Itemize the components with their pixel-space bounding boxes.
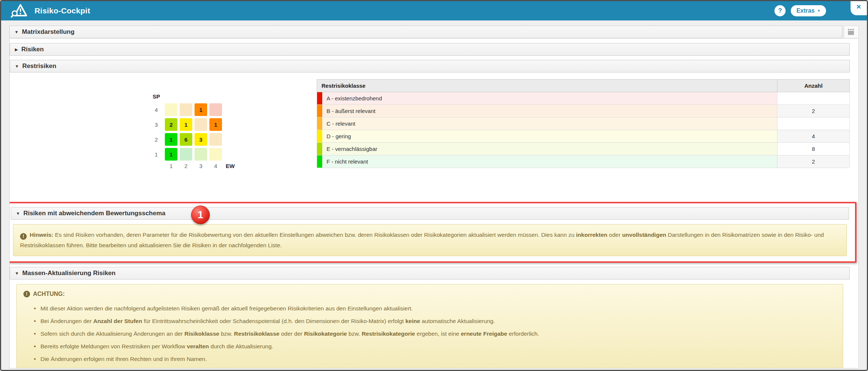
section-header-abweichendes-bewertungsschema[interactable]: ▼ Risiken mit abweichendem Bewertungssch… <box>11 207 849 220</box>
collapse-triangle-icon: ▼ <box>14 30 19 34</box>
residual-risk-matrix: SP4132112163111234EW <box>150 79 235 192</box>
note-text-segment: durch die Aktualisierung. <box>209 343 273 349</box>
matrix-y-axis-label: SP <box>150 93 163 100</box>
chevron-down-icon: ▼ <box>817 9 820 13</box>
residual-class-row: E - vernachlässigbar8 <box>317 143 850 155</box>
note-text-segment: unvollständigen <box>622 232 666 238</box>
note-text-segment: automatische Aktualisierung. <box>420 318 495 324</box>
residual-class-row: A - existenzbedrohend <box>317 92 850 105</box>
achtung-bullet: Mit dieser Aktion werden die nachfolgend… <box>23 302 836 315</box>
matrix-cell <box>195 148 207 161</box>
note-text-segment: Restrisikoklasse <box>234 330 279 337</box>
matrix-cell <box>195 118 207 131</box>
class-color-swatch <box>317 130 322 143</box>
risiko-cockpit-window: Risiko-Cockpit ? Extras ▼ × ▼ Matrixdars… <box>0 0 868 371</box>
close-button[interactable]: × <box>851 1 867 15</box>
section-label: Risiken <box>21 46 43 53</box>
residual-class-row: B - äußerst relevant2 <box>317 105 850 117</box>
collapse-triangle-icon: ▼ <box>16 211 20 216</box>
help-button[interactable]: ? <box>774 5 786 16</box>
achtung-bullet-list: Mit dieser Aktion werden die nachfolgend… <box>23 302 836 365</box>
note-text-segment: Es sind Risiken vorhanden, deren Paramet… <box>53 232 576 238</box>
section-label: Matrixdarstellung <box>22 28 75 36</box>
matrix-y-tick: 2 <box>150 136 163 143</box>
class-color-swatch <box>317 143 322 155</box>
matrix-cell <box>209 103 222 116</box>
extras-button[interactable]: Extras ▼ <box>791 5 826 16</box>
collapse-triangle-icon: ▼ <box>15 64 19 68</box>
matrix-cell: 1 <box>165 133 177 146</box>
matrix-x-tick: 3 <box>195 163 207 169</box>
note-text-segment: bzw. <box>347 330 362 337</box>
matrix-cell <box>209 133 222 146</box>
class-color-swatch <box>317 117 322 130</box>
close-icon: × <box>856 3 861 10</box>
note-text-segment: erforderlich. <box>507 330 539 337</box>
class-count: 8 <box>777 143 850 155</box>
header-actions: ? Extras ▼ <box>774 5 826 16</box>
matrix-x-axis-label: EW <box>226 163 235 169</box>
achtung-bullet: Bei Änderungen der Anzahl der Stufen für… <box>23 315 836 328</box>
hinweis-text: Hinweis: Es sind Risiken vorhanden, dere… <box>20 232 824 248</box>
achtung-heading: ! ACHTUNG: <box>23 289 836 299</box>
extras-label: Extras <box>796 7 815 14</box>
column-header-anzahl: Anzahl <box>777 80 850 92</box>
collapse-triangle-icon: ▶ <box>15 47 18 52</box>
risk-magnifier-logo-icon <box>11 3 29 18</box>
restrisiken-content: SP4132112163111234EW Restrisikoklasse An… <box>10 72 850 192</box>
achtung-bullet: Bereits erfolgte Meldungen von Restrisik… <box>23 340 836 353</box>
matrix-x-tick: 1 <box>165 163 177 169</box>
note-text-segment: veralten <box>187 343 209 349</box>
class-label: F - nicht relevant <box>322 155 777 168</box>
matrix-cell <box>180 103 192 116</box>
class-count: 2 <box>777 155 850 168</box>
class-count <box>777 117 850 130</box>
exclamation-circle-icon: ! <box>23 291 30 297</box>
layout-toggle-button[interactable] <box>844 26 859 38</box>
matrix-x-tick: 4 <box>209 163 222 169</box>
note-text-segment: inkorrekten <box>576 232 607 238</box>
achtung-heading-label: ACHTUNG: <box>33 289 65 299</box>
matrix-cell: 1 <box>195 103 207 116</box>
matrix-cell: 1 <box>180 118 192 131</box>
class-label: D - gering <box>322 130 777 143</box>
annotation-box-1: ▼ Risiken mit abweichendem Bewertungssch… <box>9 202 856 263</box>
class-label: E - vernachlässigbar <box>322 143 777 155</box>
note-text-segment: Bereits erfolgte Meldungen von Restrisik… <box>40 343 187 349</box>
class-color-swatch <box>317 92 322 105</box>
matrix-cell: 1 <box>209 118 222 131</box>
section-header-matrixdarstellung[interactable]: ▼ Matrixdarstellung <box>9 26 842 38</box>
section-header-risiken[interactable]: ▶ Risiken <box>10 43 850 56</box>
note-text-segment: Risikoklasse <box>185 330 219 337</box>
matrixdarstellung-panel: ▶ Risiken ▼ Restrisiken SP41321121631112… <box>9 39 859 368</box>
achtung-bullet: Die Änderungen erfolgen mit Ihren Rechte… <box>23 353 836 365</box>
column-header-restrisikoklasse: Restrisikoklasse <box>317 80 777 92</box>
residual-class-row: C - relevant <box>317 117 850 130</box>
section-header-restrisiken[interactable]: ▼ Restrisiken <box>10 60 850 72</box>
note-text-segment: Die Änderungen erfolgen mit Ihren Rechte… <box>40 356 207 362</box>
class-color-swatch <box>317 155 322 168</box>
matrix-cell: 2 <box>165 118 177 131</box>
matrix-cell: 1 <box>165 148 177 161</box>
section-header-massen-aktualisierung[interactable]: ▼ Massen-Aktualisierung Risiken <box>10 267 850 280</box>
residual-class-row: D - gering4 <box>317 130 850 143</box>
achtung-note: ! ACHTUNG: Mit dieser Aktion werden die … <box>16 284 843 368</box>
hinweis-note: !Hinweis: Es sind Risiken vorhanden, der… <box>13 224 847 256</box>
app-header: Risiko-Cockpit ? Extras ▼ <box>1 1 867 20</box>
note-text-segment: Anzahl der Stufen <box>93 318 142 324</box>
note-text-segment: Restrisikokategorie <box>362 330 415 337</box>
class-label: A - existenzbedrohend <box>322 92 777 105</box>
exclamation-circle-icon: ! <box>20 233 27 240</box>
class-label: C - relevant <box>322 117 777 130</box>
achtung-bullet: Sofern sich durch die Aktualisierung Änd… <box>23 328 836 340</box>
note-text-segment: keine <box>405 318 420 324</box>
note-text-segment: erneute Freigabe <box>461 330 507 337</box>
app-title: Risiko-Cockpit <box>35 6 90 15</box>
main-content: ▼ Matrixdarstellung ▶ Risiken ▼ Restrisi… <box>1 20 867 368</box>
section-label: Massen-Aktualisierung Risiken <box>22 270 115 277</box>
table-icon <box>847 28 855 36</box>
matrix-cell: 6 <box>180 133 192 146</box>
section-label: Risiken mit abweichendem Bewertungsschem… <box>23 210 166 217</box>
note-text-segment: bzw. <box>219 330 234 337</box>
matrix-cell: 3 <box>195 133 207 146</box>
